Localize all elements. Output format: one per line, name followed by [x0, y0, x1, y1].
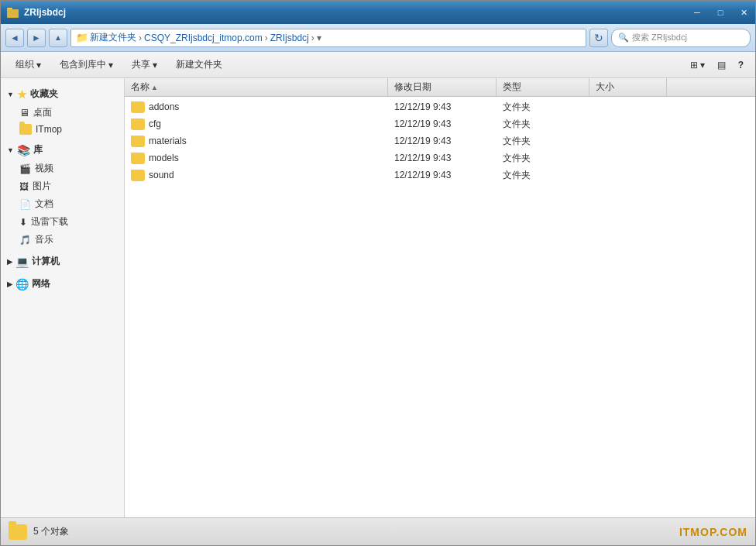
image-label: 图片: [33, 180, 51, 193]
statusbar-folder-icon: [9, 524, 27, 540]
table-row[interactable]: cfg 12/12/19 9:43 文件夹: [125, 115, 755, 132]
sidebar-item-document[interactable]: 📄 文档: [1, 195, 124, 213]
computer-expand-icon: ▶: [7, 258, 12, 266]
sidebar-section-computer: ▶ 💻 计算机: [1, 252, 124, 271]
file-list: 名称 ▲ 修改日期 类型 大小 addons 12/12/19: [125, 78, 755, 517]
document-label: 文档: [35, 197, 53, 211]
sidebar-item-desktop[interactable]: 🖥 桌面: [1, 104, 124, 122]
titlebar-controls: ─ □ ✕: [686, 1, 755, 24]
status-bar: 5 个对象 ITMOP.COM: [1, 517, 755, 545]
search-box[interactable]: 🔍 搜索 ZRIjsbdcj: [611, 29, 751, 47]
new-folder-button[interactable]: 新建文件夹: [167, 55, 231, 75]
favorites-label: 收藏夹: [30, 88, 58, 101]
breadcrumb-item-2[interactable]: ZRIjsbdcj: [270, 33, 309, 43]
library-label: 库: [33, 143, 43, 156]
col-header-date[interactable]: 修改日期: [388, 78, 497, 96]
col-header-type[interactable]: 类型: [497, 78, 589, 96]
view-toggle-button[interactable]: ⊞▾: [685, 55, 710, 75]
folder-icon: [131, 136, 145, 147]
include-library-button[interactable]: 包含到库中 ▾: [51, 55, 122, 75]
table-row[interactable]: sound 12/12/19 9:43 文件夹: [125, 167, 755, 184]
file-rows: addons 12/12/19 9:43 文件夹 cfg 12/12/19 9:…: [125, 97, 755, 517]
titlebar-left: ZRIjsbdcj: [7, 6, 66, 19]
col-name-label: 名称: [131, 81, 149, 94]
table-row[interactable]: addons 12/12/19 9:43 文件夹: [125, 98, 755, 115]
organize-label: 组织: [15, 58, 34, 71]
itmop-folder-icon: [19, 124, 32, 135]
close-button[interactable]: ✕: [732, 1, 755, 24]
statusbar-left: 5 个对象: [9, 524, 69, 540]
include-dropdown-icon: ▾: [108, 60, 113, 70]
file-date: 12/12/19 9:43: [391, 153, 500, 163]
table-row[interactable]: materials 12/12/19 9:43 文件夹: [125, 132, 755, 149]
organize-button[interactable]: 组织 ▾: [7, 55, 50, 75]
sidebar-header-computer[interactable]: ▶ 💻 计算机: [1, 252, 124, 271]
view-dropdown-icon: ▾: [700, 60, 705, 70]
forward-button[interactable]: ►: [27, 29, 46, 47]
include-label: 包含到库中: [60, 58, 106, 71]
file-name: models: [149, 153, 179, 163]
address-bar: ◄ ► ▲ 📁 新建文件夹 › CSQY_ZRIjsbdcj_itmop.com…: [1, 24, 755, 52]
library-expand-icon: ▼: [7, 146, 14, 154]
network-label: 网络: [32, 277, 50, 290]
share-button[interactable]: 共享 ▾: [123, 55, 166, 75]
sidebar-item-music[interactable]: 🎵 音乐: [1, 231, 124, 249]
network-expand-icon: ▶: [7, 280, 12, 288]
file-date: 12/12/19 9:43: [391, 118, 500, 129]
search-placeholder: 搜索 ZRIjsbdcj: [632, 32, 687, 43]
thunder-icon: ⬇: [19, 217, 27, 228]
maximize-button[interactable]: □: [709, 1, 732, 24]
preview-pane-button[interactable]: ▤: [712, 55, 731, 75]
view-grid-icon: ⊞: [690, 60, 698, 70]
video-icon: 🎬: [19, 163, 31, 174]
star-icon: ★: [17, 88, 27, 101]
file-type: 文件夹: [500, 169, 593, 182]
file-name: cfg: [149, 118, 161, 129]
statusbar-count: 5 个对象: [33, 525, 69, 538]
col-header-size[interactable]: 大小: [589, 78, 667, 96]
desktop-label: 桌面: [33, 106, 52, 119]
help-button[interactable]: ?: [733, 55, 749, 75]
sidebar-item-video[interactable]: 🎬 视频: [1, 160, 124, 177]
folder-icon: [131, 153, 145, 164]
sidebar-header-network[interactable]: ▶ 🌐 网络: [1, 274, 124, 294]
thunder-label: 迅雷下载: [31, 215, 68, 228]
col-header-name[interactable]: 名称 ▲: [125, 78, 388, 96]
back-button[interactable]: ◄: [5, 29, 24, 47]
share-label: 共享: [132, 58, 150, 71]
computer-label: 计算机: [32, 255, 60, 268]
watermark: ITMOP.COM: [679, 526, 747, 538]
sidebar-header-favorites[interactable]: ▼ ★ 收藏夹: [1, 84, 124, 104]
folder-icon: [131, 101, 145, 113]
breadcrumb-item-1[interactable]: CSQY_ZRIjsbdcj_itmop.com: [144, 33, 263, 43]
up-button[interactable]: ▲: [49, 29, 67, 47]
sidebar-section-favorites: ▼ ★ 收藏夹 🖥 桌面 ITmop: [1, 84, 124, 137]
sidebar-header-library[interactable]: ▼ 📚 库: [1, 140, 124, 160]
sidebar-section-library: ▼ 📚 库 🎬 视频 🖼 图片 📄 文档 ⬇ 迅: [1, 140, 124, 249]
explorer-window: ZRIjsbdcj ─ □ ✕ ◄ ► ▲ 📁 新建文件夹 › CSQY_ZRI…: [0, 0, 756, 546]
sidebar-section-network: ▶ 🌐 网络: [1, 274, 124, 294]
video-label: 视频: [35, 162, 53, 175]
folder-icon-breadcrumb: 📁: [76, 32, 88, 43]
minimize-button[interactable]: ─: [686, 1, 709, 24]
breadcrumb-item-0[interactable]: 新建文件夹: [90, 31, 136, 44]
file-name: addons: [149, 101, 179, 112]
titlebar: ZRIjsbdcj ─ □ ✕: [1, 1, 755, 24]
music-icon: 🎵: [19, 235, 31, 246]
file-type: 文件夹: [500, 101, 593, 114]
organize-dropdown-icon: ▾: [36, 60, 41, 70]
titlebar-title: ZRIjsbdcj: [24, 7, 66, 18]
col-type-label: 类型: [503, 81, 521, 94]
table-row[interactable]: models 12/12/19 9:43 文件夹: [125, 149, 755, 167]
sidebar-item-itmop[interactable]: ITmop: [1, 122, 124, 137]
sidebar-item-image[interactable]: 🖼 图片: [1, 177, 124, 195]
svg-rect-2: [7, 9, 19, 18]
content-area: ▼ ★ 收藏夹 🖥 桌面 ITmop ▼ 📚 库: [1, 78, 755, 517]
file-date: 12/12/19 9:43: [391, 170, 500, 180]
sidebar-item-thunder[interactable]: ⬇ 迅雷下载: [1, 213, 124, 231]
file-name: sound: [149, 170, 174, 180]
refresh-button[interactable]: ↻: [589, 29, 608, 47]
breadcrumb-bar: 📁 新建文件夹 › CSQY_ZRIjsbdcj_itmop.com › ZRI…: [70, 29, 586, 47]
col-name-sort-icon: ▲: [151, 84, 158, 91]
file-type: 文件夹: [500, 135, 593, 148]
